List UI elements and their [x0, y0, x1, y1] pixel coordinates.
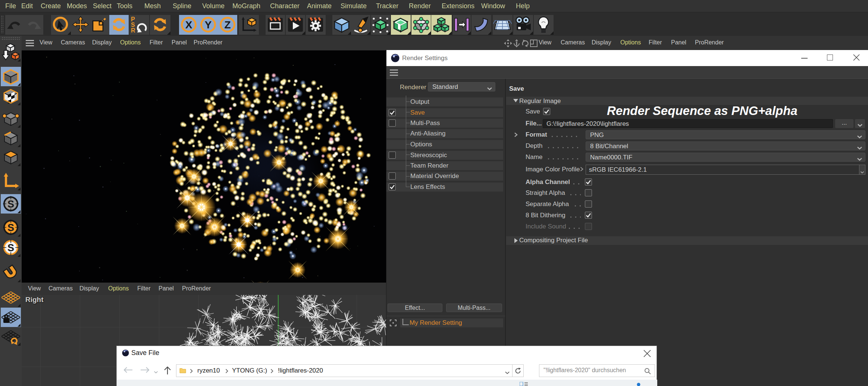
svg-text:Z: Z — [224, 19, 231, 31]
svg-text:X: X — [185, 19, 192, 31]
svg-text:Y: Y — [205, 19, 212, 31]
svg-text:R: R — [131, 27, 135, 34]
svg-text:S: S — [7, 199, 14, 210]
svg-text:S: S — [7, 222, 14, 233]
svg-text:S: S — [7, 242, 14, 253]
